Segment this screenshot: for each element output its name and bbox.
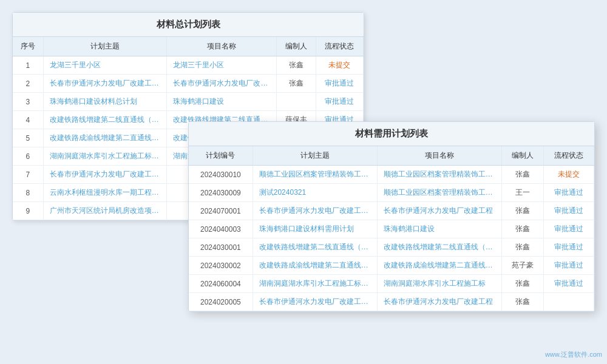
table-row[interactable]: 2024040003珠海鹤港口建设材料需用计划珠海鹤港口建设张鑫审批通过: [189, 220, 594, 238]
cell-plan-topic[interactable]: 长春市伊通河水力发电厂改建工程材...: [253, 293, 377, 311]
cell-creator: 张鑫: [277, 75, 316, 93]
watermark-suffix: .com: [588, 351, 602, 358]
cell-status: 未提交: [543, 166, 594, 184]
cell-creator: 张鑫: [277, 56, 316, 75]
cell-creator: 张鑫: [501, 293, 543, 311]
cell-plan-no: 2024040003: [189, 220, 253, 238]
th-project-name-1: 项目名称: [167, 37, 277, 56]
cell-index: 5: [13, 129, 43, 147]
cell-status: 审批通过: [543, 220, 594, 238]
th-project-name-2: 项目名称: [377, 146, 501, 166]
cell-plan-topic[interactable]: 龙湖三千里小区: [43, 56, 167, 75]
th-plan-topic-2: 计划主题: [253, 146, 377, 166]
cell-status: 审批通过: [316, 75, 363, 93]
demand-plan-tbody: 2024030010顺德工业园区档案管理精装饰工程（...顺德工业园区档案管理精…: [189, 166, 594, 311]
cell-creator: 张鑫: [501, 202, 543, 220]
cell-index: 6: [13, 147, 43, 166]
cell-index: 7: [13, 166, 43, 184]
demand-plan-thead: 计划编号 计划主题 项目名称 编制人 流程状态: [189, 146, 594, 166]
table-row[interactable]: 3珠海鹤港口建设材料总计划珠海鹤港口建设审批通过: [13, 93, 364, 111]
cell-plan-no: 2024070001: [189, 202, 253, 220]
cell-plan-no: 2024020005: [189, 293, 253, 311]
cell-plan-topic[interactable]: 长春市伊通河水力发电厂改建工程合...: [253, 202, 377, 220]
cell-status: 未提交: [316, 56, 363, 75]
cell-index: 4: [13, 111, 43, 129]
cell-creator: [277, 93, 316, 111]
cell-project-name[interactable]: 龙湖三千里小区: [167, 56, 277, 75]
cell-project-name[interactable]: 改建铁路线增建第二线直通线（成都...: [377, 238, 501, 257]
cell-creator: 张鑫: [501, 275, 543, 293]
cell-status: [543, 293, 594, 311]
cell-creator: 张鑫: [501, 166, 543, 184]
cell-index: 1: [13, 56, 43, 75]
table-row[interactable]: 2024030002改建铁路成渝线增建第二直通线（成...改建铁路成渝线增建第二…: [189, 257, 594, 275]
cell-status: 审批通过: [543, 184, 594, 202]
cell-project-name[interactable]: 珠海鹤港口建设: [377, 220, 501, 238]
table-row[interactable]: 2024030009测试20240321顺德工业园区档案管理精装饰工程（...王…: [189, 184, 594, 202]
cell-plan-topic[interactable]: 长春市伊通河水力发电厂改建工程材料总计划: [43, 166, 167, 184]
cell-plan-topic[interactable]: 测试20240321: [253, 184, 377, 202]
table-row[interactable]: 2024020005长春市伊通河水力发电厂改建工程材...长春市伊通河水力发电厂…: [189, 293, 594, 311]
table-row[interactable]: 2024060004湖南洞庭湖水库引水工程施工标材...湖南洞庭湖水库引水工程施…: [189, 275, 594, 293]
cell-plan-topic[interactable]: 改建铁路成渝线增建第二直通线（成渝枢纽...: [43, 129, 167, 147]
th-status-1: 流程状态: [316, 37, 363, 56]
cell-plan-topic[interactable]: 珠海鹤港口建设材料总计划: [43, 93, 167, 111]
cell-plan-no: 2024030009: [189, 184, 253, 202]
th-plan-topic-1: 计划主题: [43, 37, 167, 56]
cell-project-name[interactable]: 湖南洞庭湖水库引水工程施工标: [377, 275, 501, 293]
cell-project-name[interactable]: 顺德工业园区档案管理精装饰工程（...: [377, 184, 501, 202]
total-plan-thead: 序号 计划主题 项目名称 编制人 流程状态: [13, 37, 364, 56]
cell-status: 审批通过: [543, 275, 594, 293]
cell-plan-topic[interactable]: 广州市天河区统计局机房改造项目材料总计划: [43, 202, 167, 220]
table-row[interactable]: 2024070001长春市伊通河水力发电厂改建工程合...长春市伊通河水力发电厂…: [189, 202, 594, 220]
demand-plan-data-table: 计划编号 计划主题 项目名称 编制人 流程状态 2024030010顺德工业园区…: [189, 146, 594, 311]
watermark: www.泛普软件.com: [545, 350, 602, 359]
table-row[interactable]: 2长春市伊通河水力发电厂改建工程合同材料...长春市伊通河水力发电厂改建工程张鑫…: [13, 75, 364, 93]
cell-index: 3: [13, 93, 43, 111]
th-creator-1: 编制人: [277, 37, 316, 56]
cell-project-name[interactable]: 顺德工业园区档案管理精装饰工程（...: [377, 166, 501, 184]
cell-project-name[interactable]: 改建铁路成渝线增建第二直通线（成...: [377, 257, 501, 275]
cell-project-name[interactable]: 长春市伊通河水力发电厂改建工程: [167, 75, 277, 93]
th-index-1: 序号: [13, 37, 43, 56]
th-plan-no-2: 计划编号: [189, 146, 253, 166]
th-creator-2: 编制人: [501, 146, 543, 166]
cell-plan-topic[interactable]: 改建铁路线增建第二线直通线（成都...: [253, 238, 377, 257]
cell-plan-topic[interactable]: 改建铁路线增建第二线直通线（成都-西安）...: [43, 111, 167, 129]
cell-project-name[interactable]: 长春市伊通河水力发电厂改建工程: [377, 293, 501, 311]
cell-plan-topic[interactable]: 珠海鹤港口建设材料需用计划: [253, 220, 377, 238]
watermark-brand: 泛普软件: [561, 351, 588, 358]
demand-plan-title: 材料需用计划列表: [189, 122, 594, 146]
cell-project-name[interactable]: 长春市伊通河水力发电厂改建工程: [377, 202, 501, 220]
cell-status: 审批通过: [543, 202, 594, 220]
cell-plan-topic[interactable]: 顺德工业园区档案管理精装饰工程（...: [253, 166, 377, 184]
cell-plan-no: 2024030001: [189, 238, 253, 257]
total-plan-header-row: 序号 计划主题 项目名称 编制人 流程状态: [13, 37, 364, 56]
cell-creator: 张鑫: [501, 238, 543, 257]
cell-status: 审批通过: [543, 238, 594, 257]
table-row[interactable]: 2024030010顺德工业园区档案管理精装饰工程（...顺德工业园区档案管理精…: [189, 166, 594, 184]
cell-plan-no: 2024030010: [189, 166, 253, 184]
th-status-2: 流程状态: [543, 146, 594, 166]
table-row[interactable]: 1龙湖三千里小区龙湖三千里小区张鑫未提交: [13, 56, 364, 75]
total-plan-title: 材料总计划列表: [13, 13, 364, 37]
cell-status: 审批通过: [543, 257, 594, 275]
watermark-prefix: www.: [545, 351, 561, 358]
cell-plan-no: 2024030002: [189, 257, 253, 275]
cell-plan-topic[interactable]: 湖南洞庭湖水库引水工程施工标材料总计划: [43, 147, 167, 166]
cell-plan-topic[interactable]: 湖南洞庭湖水库引水工程施工标材...: [253, 275, 377, 293]
cell-plan-topic[interactable]: 云南水利枢纽漫明水库一期工程施工标材料...: [43, 184, 167, 202]
demand-plan-header-row: 计划编号 计划主题 项目名称 编制人 流程状态: [189, 146, 594, 166]
cell-index: 8: [13, 184, 43, 202]
cell-plan-no: 2024060004: [189, 275, 253, 293]
table-row[interactable]: 2024030001改建铁路线增建第二线直通线（成都...改建铁路线增建第二线直…: [189, 238, 594, 257]
cell-plan-topic[interactable]: 改建铁路成渝线增建第二直通线（成...: [253, 257, 377, 275]
cell-plan-topic[interactable]: 长春市伊通河水力发电厂改建工程合同材料...: [43, 75, 167, 93]
cell-project-name[interactable]: 珠海鹤港口建设: [167, 93, 277, 111]
cell-index: 9: [13, 202, 43, 220]
cell-creator: 张鑫: [501, 220, 543, 238]
cell-index: 2: [13, 75, 43, 93]
cell-creator: 苑子豪: [501, 257, 543, 275]
cell-status: 审批通过: [316, 93, 363, 111]
demand-plan-table: 材料需用计划列表 计划编号 计划主题 项目名称 编制人 流程状态 2024030…: [188, 121, 595, 312]
